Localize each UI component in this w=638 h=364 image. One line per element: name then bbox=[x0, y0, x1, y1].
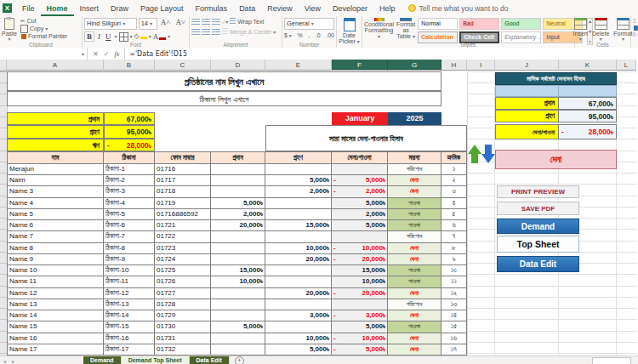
cell-balance[interactable]: 10,000৳ bbox=[332, 276, 388, 287]
shrink-font-button[interactable]: A˅ bbox=[174, 18, 187, 30]
column-header-G[interactable]: G bbox=[388, 60, 441, 71]
cell-phone[interactable]: 01724 bbox=[155, 254, 211, 265]
summary-received-label[interactable]: গ্রহণ bbox=[7, 125, 104, 139]
cell-name[interactable]: Name 8 bbox=[7, 243, 104, 254]
cell-remark[interactable]: দেনা bbox=[388, 175, 441, 186]
cell-name[interactable]: Name 14 bbox=[7, 310, 104, 321]
cancel-icon[interactable]: ✕ bbox=[93, 50, 99, 58]
cell-balance[interactable]: -5,000৳ bbox=[332, 344, 388, 355]
cell-serial[interactable]: ১১ bbox=[441, 276, 467, 287]
cell-received[interactable]: 5,000৳ bbox=[265, 344, 332, 355]
cell-remark[interactable]: দেনা bbox=[388, 310, 441, 321]
cell-name[interactable]: Name 12 bbox=[7, 288, 104, 299]
cell-received[interactable] bbox=[265, 231, 332, 242]
cell-serial[interactable]: ১ bbox=[441, 164, 467, 175]
company-name-cell[interactable]: প্রতিষ্ঠানের নাম লিখুন এখানে bbox=[7, 71, 441, 91]
align-top-icon[interactable] bbox=[191, 19, 200, 25]
cell-received[interactable] bbox=[265, 265, 332, 276]
summary-debt-value[interactable]: -28,000৳ bbox=[104, 139, 155, 151]
insert-cells-button[interactable]: Insert▾ bbox=[573, 18, 589, 43]
cell-address[interactable]: ঠিকানা-16 bbox=[104, 333, 155, 344]
cell-received[interactable]: 10,000৳ bbox=[265, 243, 332, 254]
column-header-C[interactable]: C bbox=[155, 60, 211, 71]
menu-tab-file[interactable]: File bbox=[16, 1, 41, 16]
cell-address[interactable]: ঠিকানা-3 bbox=[104, 186, 155, 197]
cell-name[interactable]: Name 6 bbox=[7, 220, 104, 231]
cell-phone[interactable]: 01730 bbox=[155, 321, 211, 333]
menu-tab-data[interactable]: Data bbox=[233, 1, 261, 16]
cell-remark[interactable]: পরিশোধ bbox=[388, 164, 441, 175]
cell-name[interactable]: Name 7 bbox=[7, 231, 104, 242]
cell-remark[interactable]: পাওনা bbox=[388, 220, 441, 231]
cell-remark[interactable]: পরিশোধ bbox=[388, 299, 441, 310]
cell-serial[interactable]: ৬ bbox=[441, 220, 467, 231]
underline-button[interactable]: U bbox=[104, 32, 113, 41]
fill-color-button[interactable]: ◇ bbox=[134, 33, 147, 40]
cell-balance[interactable]: -10,000৳ bbox=[332, 243, 388, 254]
cell-received[interactable]: 15,000৳ bbox=[265, 220, 332, 231]
cell-name[interactable]: Name 9 bbox=[7, 254, 104, 265]
cell-address[interactable]: ঠিকানা-11 bbox=[104, 276, 155, 287]
cell-balance[interactable]: -2,000৳ bbox=[332, 186, 388, 197]
align-bottom-icon[interactable] bbox=[212, 19, 220, 25]
cell-serial[interactable]: ৮ bbox=[441, 243, 467, 254]
cell-address[interactable]: ঠিকানা-10 bbox=[104, 265, 155, 276]
month-cell[interactable]: January bbox=[332, 112, 388, 125]
panel-given-label[interactable]: প্রদান bbox=[495, 97, 559, 110]
column-header-B[interactable]: B bbox=[104, 60, 155, 71]
cell-address[interactable]: ঠিকানা-6 bbox=[104, 220, 155, 231]
cell-remark[interactable]: পাওনা bbox=[388, 198, 441, 209]
number-format-select[interactable]: General ▾ bbox=[284, 18, 334, 30]
clear-button[interactable]: ◊Clear ▾ bbox=[633, 31, 638, 38]
align-right-icon[interactable] bbox=[212, 29, 220, 35]
cell-received[interactable] bbox=[265, 164, 332, 175]
column-header-phone[interactable]: ফোন নাম্বার bbox=[155, 151, 211, 164]
cell-received[interactable]: 3,000৳ bbox=[265, 310, 332, 321]
cell-given[interactable]: 5,000৳ bbox=[211, 198, 265, 209]
year-cell[interactable]: 2025 bbox=[388, 112, 441, 125]
cell-phone[interactable]: 01729 bbox=[155, 310, 211, 321]
sheet-tab-demand-top-sheet[interactable]: Demand Top Sheet bbox=[122, 356, 190, 364]
cell-style-good[interactable]: Good bbox=[501, 18, 541, 30]
cell-balance[interactable]: 15,000৳ bbox=[332, 265, 388, 276]
cell-serial[interactable]: ১০ bbox=[441, 265, 467, 276]
cell-name[interactable]: Name 16 bbox=[7, 333, 104, 344]
cell-given[interactable] bbox=[211, 333, 265, 344]
cell-given[interactable] bbox=[211, 186, 265, 197]
cell-address[interactable]: ঠিকানা-15 bbox=[104, 321, 155, 333]
column-header-serial[interactable]: ক্রমিক bbox=[441, 151, 467, 164]
font-name-select[interactable]: Hind Siliguri ▾ bbox=[84, 18, 137, 30]
column-header-balance[interactable]: দেনা/পাওনা bbox=[332, 151, 388, 164]
cell-received[interactable] bbox=[265, 276, 332, 287]
company-address-cell[interactable]: ঠিকানা লিখুন এখানে bbox=[7, 91, 441, 106]
tell-me-box[interactable]: Tell me what you want to do bbox=[408, 4, 509, 13]
column-header-I[interactable]: I bbox=[467, 60, 495, 71]
menu-tab-page-layout[interactable]: Page Layout bbox=[134, 1, 190, 16]
insert-function-icon[interactable]: fx bbox=[114, 50, 119, 58]
align-center-icon[interactable] bbox=[202, 29, 210, 35]
column-header-K[interactable]: K bbox=[559, 60, 617, 71]
cell-given[interactable]: 5,000৳ bbox=[211, 321, 265, 333]
cell-balance[interactable] bbox=[332, 164, 388, 175]
cell-phone[interactable]: 01716 bbox=[155, 164, 211, 175]
cell-given[interactable] bbox=[211, 254, 265, 265]
bold-button[interactable]: B bbox=[84, 31, 94, 42]
cell-name[interactable]: Name 3 bbox=[7, 186, 104, 197]
panel-spacer-cell[interactable] bbox=[558, 85, 617, 97]
cell-remark[interactable]: পাওনা bbox=[388, 321, 441, 333]
copy-button[interactable]: Copy▾ bbox=[20, 25, 67, 33]
menu-tab-home[interactable]: Home bbox=[41, 1, 74, 16]
cell-remark[interactable]: দেনা bbox=[388, 333, 441, 344]
cell-remark[interactable]: দেনা bbox=[388, 288, 441, 299]
cell-balance[interactable]: -20,000৳ bbox=[332, 288, 388, 299]
cell-received[interactable] bbox=[265, 299, 332, 310]
cell-given[interactable] bbox=[211, 344, 265, 355]
print-preview-button[interactable]: PRINT PREVIEW bbox=[497, 185, 579, 198]
borders-icon[interactable] bbox=[119, 32, 128, 42]
font-color-button[interactable]: A bbox=[153, 32, 167, 41]
demand-button[interactable]: Demand bbox=[497, 219, 579, 234]
cell-given[interactable] bbox=[211, 288, 265, 299]
format-painter-button[interactable]: Format Painter bbox=[20, 33, 67, 40]
cell-serial[interactable]: ১২ bbox=[441, 288, 467, 299]
cell-serial[interactable]: ৪ bbox=[441, 198, 467, 209]
